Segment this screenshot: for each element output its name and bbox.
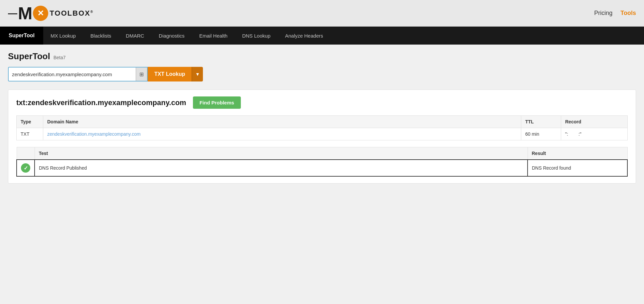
lookup-button[interactable]: TXT Lookup (148, 67, 192, 81)
search-input-wrap: ⊞ (8, 67, 148, 81)
domain-link[interactable]: zendeskverification.myexamplecompany.com (47, 131, 141, 137)
main-nav: SuperTool MX Lookup Blacklists DMARC Dia… (0, 27, 644, 45)
col-header-type: Type (17, 116, 43, 128)
col-header-record: Record (561, 116, 628, 128)
result-card: txt:zendeskverification.myexamplecompany… (8, 89, 636, 184)
logo-dash: — (8, 9, 17, 18)
nav-dmarc[interactable]: DMARC (118, 27, 151, 45)
record-value: ": :" (561, 128, 628, 140)
top-header: — M ✕ TOOLBOX® Pricing Tools (0, 0, 644, 27)
search-icon-button[interactable]: ⊞ (136, 68, 147, 81)
result-header: txt:zendeskverification.myexamplecompany… (16, 96, 628, 109)
pricing-link[interactable]: Pricing (594, 10, 612, 17)
logo-circle: ✕ (33, 6, 48, 21)
page-title: SuperTool (8, 51, 50, 62)
record-domain: zendeskverification.myexamplecompany.com (43, 128, 521, 140)
col-header-result: Result (528, 147, 627, 160)
col-header-test: Test (35, 147, 528, 160)
test-icon-cell: ✓ (17, 160, 35, 176)
nav-mx-lookup[interactable]: MX Lookup (43, 27, 83, 45)
nav-dns-lookup[interactable]: DNS Lookup (235, 27, 278, 45)
search-input[interactable] (9, 72, 136, 77)
search-row: ⊞ TXT Lookup ▼ (8, 67, 636, 81)
nav-email-health[interactable]: Email Health (192, 27, 235, 45)
logo-toolbox-text: TOOLBOX® (50, 10, 93, 17)
grid-icon: ⊞ (139, 71, 144, 77)
nav-analyze-headers[interactable]: Analyze Headers (278, 27, 330, 45)
dropdown-arrow-icon: ▼ (195, 72, 200, 77)
table-row: TXT zendeskverification.myexamplecompany… (17, 128, 628, 140)
logo-m: M (18, 5, 32, 22)
lookup-dropdown-button[interactable]: ▼ (192, 67, 203, 81)
col-header-icon (17, 147, 35, 160)
col-header-ttl: TTL (521, 116, 561, 128)
logo-x: ✕ (37, 9, 44, 17)
dns-records-table: Type Domain Name TTL Record TXT zendeskv… (16, 115, 628, 140)
test-result: DNS Record found (528, 160, 627, 176)
top-nav: Pricing Tools (594, 10, 636, 17)
col-header-domain: Domain Name (43, 116, 521, 128)
record-ttl: 60 min (521, 128, 561, 140)
nav-blacklists[interactable]: Blacklists (83, 27, 119, 45)
nav-diagnostics[interactable]: Diagnostics (151, 27, 192, 45)
tools-link[interactable]: Tools (620, 10, 636, 17)
find-problems-button[interactable]: Find Problems (193, 96, 241, 109)
main-content: SuperTool Beta7 ⊞ TXT Lookup ▼ txt:zende… (0, 45, 644, 190)
nav-supertool[interactable]: SuperTool (0, 27, 43, 45)
page-title-row: SuperTool Beta7 (8, 51, 636, 62)
test-results-table: Test Result ✓ DNS Record Published DNS R… (16, 147, 628, 177)
record-type: TXT (17, 128, 43, 140)
check-icon: ✓ (21, 163, 30, 173)
page-beta: Beta7 (54, 55, 66, 60)
test-name: DNS Record Published (35, 160, 528, 176)
result-domain-title: txt:zendeskverification.myexamplecompany… (16, 98, 186, 107)
logo: — M ✕ TOOLBOX® (8, 5, 93, 22)
test-row: ✓ DNS Record Published DNS Record found (17, 160, 627, 176)
